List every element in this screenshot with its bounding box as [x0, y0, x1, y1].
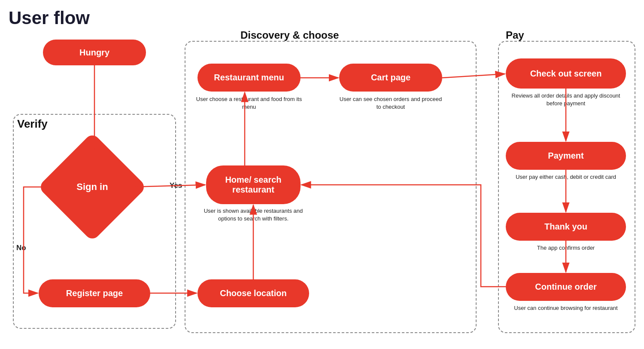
- page-title: User flow: [9, 8, 90, 28]
- checkout-node: Check out screen: [506, 58, 626, 89]
- discovery-label: Discovery & choose: [240, 29, 339, 41]
- thank-you-node: Thank you: [506, 213, 626, 241]
- thank-you-desc: The app confirms order: [504, 244, 628, 252]
- home-search-desc: User is shown available restaurants and …: [195, 207, 311, 223]
- hungry-node: Hungry: [43, 40, 146, 65]
- payment-node: Payment: [506, 142, 626, 170]
- choose-location-node: Choose location: [197, 279, 309, 307]
- cart-page-desc: User can see chosen orders and proceed t…: [337, 95, 444, 111]
- checkout-desc: Reviews all order details and apply disc…: [504, 92, 628, 107]
- payment-desc: User pay either cash, debit or credit ca…: [504, 173, 628, 181]
- pay-label: Pay: [506, 29, 524, 41]
- signin-node: Sign in: [54, 148, 131, 226]
- continue-order-node: Continue order: [506, 273, 626, 301]
- verify-label: Verify: [17, 117, 48, 131]
- restaurant-menu-desc: User choose a restaurant and food from i…: [195, 95, 303, 111]
- register-node: Register page: [39, 279, 150, 307]
- continue-order-desc: User can continue browsing for restauran…: [504, 304, 628, 312]
- cart-page-node: Cart page: [339, 64, 442, 92]
- home-search-node: Home/ search restaurant: [206, 165, 301, 204]
- no-label: No: [16, 244, 26, 252]
- yes-label: Yes: [170, 181, 182, 190]
- restaurant-menu-node: Restaurant menu: [197, 64, 301, 92]
